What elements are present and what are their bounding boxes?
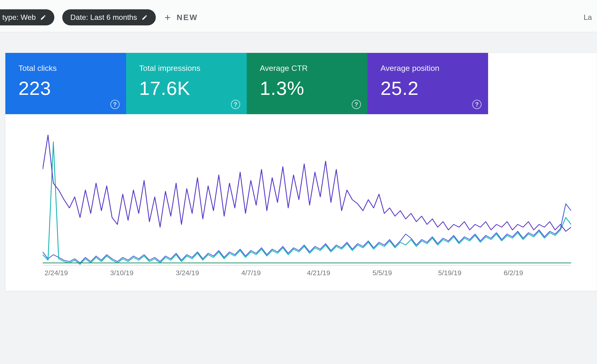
help-icon[interactable]: ? — [472, 100, 482, 109]
chip-label: type: Web — [2, 13, 36, 22]
stat-value: 223 — [18, 77, 113, 99]
x-axis-tick: 4/7/19 — [241, 269, 307, 277]
stat-value: 25.2 — [381, 77, 475, 99]
chart-x-axis: 2/24/193/10/193/24/194/7/194/21/195/5/19… — [43, 266, 571, 277]
x-axis-tick: 3/10/19 — [110, 269, 176, 277]
pencil-icon — [141, 14, 148, 21]
chart-series-clicks — [43, 204, 571, 263]
pencil-icon — [40, 14, 47, 21]
stat-label: Total impressions — [139, 64, 234, 73]
help-icon[interactable]: ? — [110, 100, 120, 109]
filter-chip-date[interactable]: Date: Last 6 months — [62, 9, 156, 25]
x-axis-tick: 4/21/19 — [307, 269, 372, 277]
stat-strip: Total clicks 223 ? Total impressions 17.… — [5, 53, 488, 114]
filter-bar: type: Web Date: Last 6 months + NEW La — [0, 0, 597, 32]
x-axis-tick: 5/19/19 — [438, 269, 504, 277]
stat-tile-ctr[interactable]: Average CTR 1.3% ? — [247, 53, 368, 114]
plus-icon: + — [165, 12, 172, 23]
x-axis-tick: 2/24/19 — [45, 269, 110, 277]
stat-label: Average position — [381, 64, 475, 73]
filter-chip-search-type[interactable]: type: Web — [0, 9, 54, 25]
chart-series-position — [43, 135, 571, 231]
performance-chart — [43, 128, 571, 266]
help-icon[interactable]: ? — [231, 100, 240, 109]
chart-area: 2/24/193/10/193/24/194/7/194/21/195/5/19… — [5, 114, 597, 281]
help-icon[interactable]: ? — [352, 100, 361, 109]
x-axis-tick: 3/24/19 — [176, 269, 241, 277]
stat-tile-clicks[interactable]: Total clicks 223 ? — [5, 53, 126, 114]
stat-label: Total clicks — [18, 64, 113, 73]
chip-label: Date: Last 6 months — [70, 13, 137, 22]
stat-tile-impressions[interactable]: Total impressions 17.6K ? — [126, 53, 247, 114]
add-filter-button[interactable]: + NEW — [164, 10, 199, 25]
stat-tile-position[interactable]: Average position 25.2 ? — [368, 53, 488, 114]
stat-value: 1.3% — [260, 77, 354, 99]
stat-label: Average CTR — [260, 64, 354, 73]
stat-value: 17.6K — [139, 77, 234, 99]
new-label: NEW — [177, 13, 198, 22]
performance-card: Total clicks 223 ? Total impressions 17.… — [5, 53, 597, 291]
x-axis-tick: 6/2/19 — [504, 269, 569, 277]
chart-series-impressions — [43, 142, 571, 264]
last-updated-text: La — [583, 13, 597, 22]
x-axis-tick: 5/5/19 — [372, 269, 438, 277]
